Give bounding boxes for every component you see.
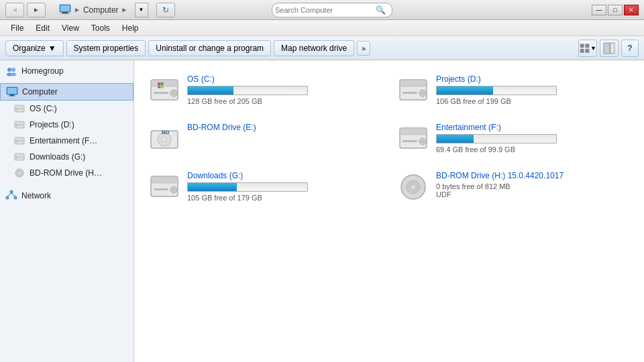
organize-label: Organize (13, 44, 46, 53)
svg-rect-64 (154, 188, 168, 190)
drive-info-downloads-g: Downloads (G:) 105 GB free of 179 GB (187, 171, 381, 202)
drive-size-os-c: 128 GB free of 205 GB (187, 97, 381, 105)
window-controls: — □ ✕ (592, 5, 639, 15)
drive-item-entertainment-f[interactable]: Entertainment (F:) 69.4 GB free of 99.9 … (391, 117, 636, 161)
svg-point-68 (401, 185, 425, 189)
downloads-g-icon (13, 151, 25, 163)
hdd-projects-d-icon (397, 74, 429, 107)
drive-extra-bdrom-h: UDF (436, 190, 630, 198)
svg-line-36 (11, 193, 15, 196)
uninstall-program-button[interactable]: Uninstall or change a program (148, 40, 271, 56)
drive-name-entertainment-f: Entertainment (F:) (436, 123, 630, 132)
drive-item-bdrom-e[interactable]: BD BD-ROM Drive (E:) (142, 117, 387, 161)
menu-tools[interactable]: Tools (86, 22, 115, 34)
minimize-button[interactable]: — (592, 5, 606, 15)
bdrom-h-icon (13, 167, 25, 179)
svg-rect-45 (161, 86, 164, 88)
drive-info-projects-d: Projects (D:) 106 GB free of 199 GB (436, 74, 630, 105)
svg-rect-6 (580, 48, 584, 52)
svg-rect-3 (61, 13, 69, 13)
svg-rect-17 (9, 96, 15, 97)
sidebar-bdrom-h-label: BD-ROM Drive (H… (30, 168, 102, 178)
svg-rect-50 (402, 92, 417, 94)
organize-button[interactable]: Organize ▼ (5, 40, 64, 56)
more-toolbar-button[interactable]: » (357, 41, 370, 56)
svg-point-53 (162, 137, 166, 141)
view-toggle-button[interactable]: ▼ (578, 40, 597, 57)
drive-info-entertainment-f: Entertainment (F:) 69.4 GB free of 99.9 … (436, 123, 630, 154)
sidebar-item-downloads-g[interactable]: Downloads (G:) (0, 149, 133, 165)
svg-rect-9 (610, 43, 614, 54)
svg-point-29 (16, 158, 17, 159)
svg-rect-42 (158, 82, 160, 85)
hdd-os-c-icon (148, 74, 180, 107)
homegroup-icon (5, 65, 17, 77)
sidebar-item-bdrom-h[interactable]: BD-ROM Drive (H… (0, 165, 133, 181)
svg-rect-59 (402, 140, 417, 142)
svg-rect-15 (7, 88, 17, 94)
svg-rect-8 (604, 43, 610, 54)
search-input[interactable] (275, 6, 376, 14)
sidebar-item-homegroup[interactable]: Homegroup (0, 63, 133, 79)
drive-progress-entertainment-f (436, 134, 557, 143)
close-button[interactable]: ✕ (624, 5, 639, 15)
menu-help[interactable]: Help (117, 22, 144, 34)
svg-line-35 (7, 193, 11, 196)
svg-point-20 (16, 109, 17, 111)
sidebar-item-os-c[interactable]: OS (C:) (0, 101, 133, 117)
svg-rect-1 (60, 5, 70, 11)
svg-rect-4 (580, 44, 584, 48)
breadcrumb: ► Computer ► (59, 3, 128, 17)
drive-item-os-c[interactable]: OS (C:) 128 GB free of 205 GB (142, 68, 387, 113)
projects-d-icon (13, 119, 25, 131)
sidebar-downloads-g-label: Downloads (G:) (30, 152, 85, 162)
menu-file[interactable]: File (5, 22, 29, 34)
svg-rect-5 (585, 44, 589, 48)
system-properties-button[interactable]: System properties (66, 40, 146, 56)
svg-rect-38 (151, 80, 178, 86)
menu-edit[interactable]: Edit (30, 22, 55, 34)
drive-progress-projects-d (436, 86, 557, 95)
svg-rect-47 (400, 80, 427, 86)
sidebar-item-entertainment-f[interactable]: Entertainment (F… (0, 133, 133, 149)
svg-text:BD: BD (162, 129, 170, 135)
preview-pane-button[interactable] (600, 40, 619, 57)
drive-name-downloads-g: Downloads (G:) (187, 171, 381, 180)
svg-point-49 (421, 92, 424, 95)
sidebar-item-computer[interactable]: Computer (0, 83, 133, 101)
breadcrumb-path: Computer (83, 5, 119, 15)
maximize-button[interactable]: □ (608, 5, 623, 15)
back-button[interactable]: ◄ (5, 3, 24, 17)
svg-rect-56 (400, 128, 427, 135)
main-area: Homegroup Computer (0, 60, 644, 362)
hdd-downloads-g-icon (148, 171, 180, 203)
refresh-button[interactable]: ↻ (156, 3, 175, 17)
svg-rect-44 (158, 86, 160, 88)
svg-point-31 (18, 172, 21, 174)
svg-rect-32 (10, 190, 13, 193)
drive-item-projects-d[interactable]: Projects (D:) 106 GB free of 199 GB (391, 68, 636, 113)
content-area: OS (C:) 128 GB free of 205 GB (134, 60, 644, 362)
drive-item-bdrom-h[interactable]: BD-ROM Drive (H:) 15.0.4420.1017 0 bytes… (391, 165, 636, 209)
menu-view[interactable]: View (56, 22, 85, 34)
svg-rect-33 (6, 196, 9, 199)
drive-item-downloads-g[interactable]: Downloads (G:) 105 GB free of 179 GB (142, 165, 387, 209)
search-bar[interactable]: 🔍 (272, 3, 392, 17)
sidebar-item-network[interactable]: Network (0, 188, 133, 204)
map-network-button[interactable]: Map network drive (274, 40, 354, 56)
svg-point-13 (11, 73, 16, 76)
menu-bar: File Edit View Tools Help (0, 20, 644, 36)
network-icon (5, 190, 17, 202)
breadcrumb-icon (59, 3, 71, 17)
search-icon[interactable]: 🔍 (376, 5, 386, 15)
drive-name-projects-d: Projects (D:) (436, 74, 630, 84)
help-button[interactable]: ? (621, 40, 639, 57)
drive-progress-downloads-g (187, 182, 308, 192)
sidebar-item-projects-d[interactable]: Projects (D:) (0, 117, 133, 133)
drive-size-downloads-g: 105 GB free of 179 GB (187, 194, 381, 202)
hdd-entertainment-f-icon (397, 123, 429, 155)
forward-button[interactable]: ► (27, 3, 46, 17)
svg-point-26 (16, 141, 17, 143)
sidebar-computer-label: Computer (22, 87, 58, 97)
address-dropdown[interactable]: ▼ (135, 3, 148, 17)
